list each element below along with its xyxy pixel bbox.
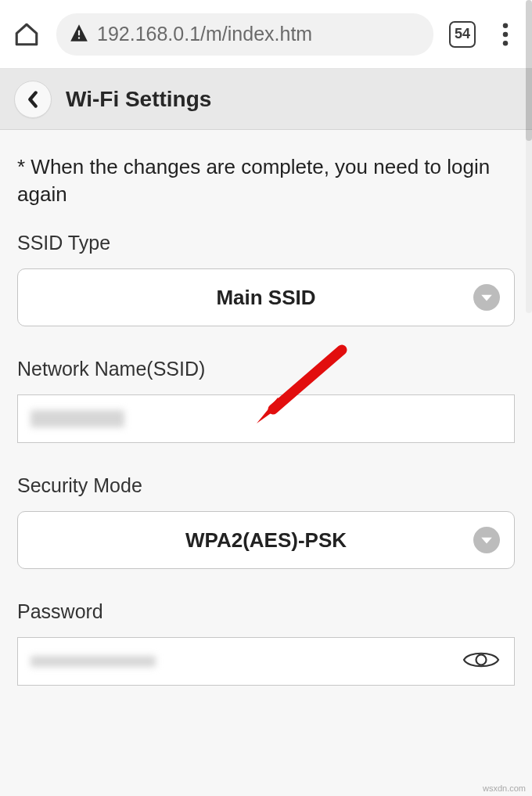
network-name-input[interactable] bbox=[17, 394, 515, 443]
watermark-text: wsxdn.com bbox=[483, 783, 526, 793]
not-secure-icon bbox=[69, 23, 89, 46]
svg-rect-1 bbox=[78, 37, 80, 38]
url-text: 192.168.0.1/m/index.htm bbox=[97, 23, 312, 45]
ssid-type-select[interactable]: Main SSID bbox=[17, 268, 515, 326]
network-name-value-redacted bbox=[31, 410, 124, 427]
security-mode-select[interactable]: WPA2(AES)-PSK bbox=[17, 511, 515, 569]
scrollbar-thumb[interactable] bbox=[526, 0, 532, 141]
ssid-type-label: SSID Type bbox=[17, 232, 515, 254]
overflow-menu-icon[interactable] bbox=[491, 23, 519, 46]
svg-rect-0 bbox=[78, 30, 80, 35]
password-input[interactable] bbox=[17, 637, 515, 686]
home-icon[interactable] bbox=[13, 20, 41, 49]
chevron-down-icon bbox=[473, 527, 500, 553]
svg-marker-5 bbox=[481, 295, 492, 301]
security-mode-value: WPA2(AES)-PSK bbox=[185, 528, 347, 553]
password-label: Password bbox=[17, 600, 515, 623]
ssid-type-value: Main SSID bbox=[216, 286, 315, 310]
browser-bar: 192.168.0.1/m/index.htm 54 bbox=[0, 0, 532, 69]
content-area: * When the changes are complete, you nee… bbox=[0, 130, 532, 796]
security-mode-label: Security Mode bbox=[17, 474, 515, 497]
svg-point-3 bbox=[503, 31, 509, 37]
svg-marker-6 bbox=[481, 538, 492, 544]
back-button[interactable] bbox=[14, 81, 52, 118]
page-title: Wi-Fi Settings bbox=[66, 87, 211, 112]
password-value-redacted bbox=[31, 656, 156, 667]
tab-count-number: 54 bbox=[455, 26, 470, 42]
svg-point-7 bbox=[476, 655, 487, 665]
eye-icon[interactable] bbox=[462, 648, 500, 675]
chevron-down-icon bbox=[473, 284, 500, 311]
page-header: Wi-Fi Settings bbox=[0, 69, 532, 130]
notice-text: * When the changes are complete, you nee… bbox=[17, 153, 515, 208]
url-bar[interactable]: 192.168.0.1/m/index.htm bbox=[56, 13, 433, 56]
svg-point-4 bbox=[503, 41, 509, 46]
chevron-left-icon bbox=[26, 91, 40, 108]
svg-point-2 bbox=[503, 23, 509, 28]
tab-count-button[interactable]: 54 bbox=[449, 21, 476, 48]
network-name-label: Network Name(SSID) bbox=[17, 358, 515, 380]
